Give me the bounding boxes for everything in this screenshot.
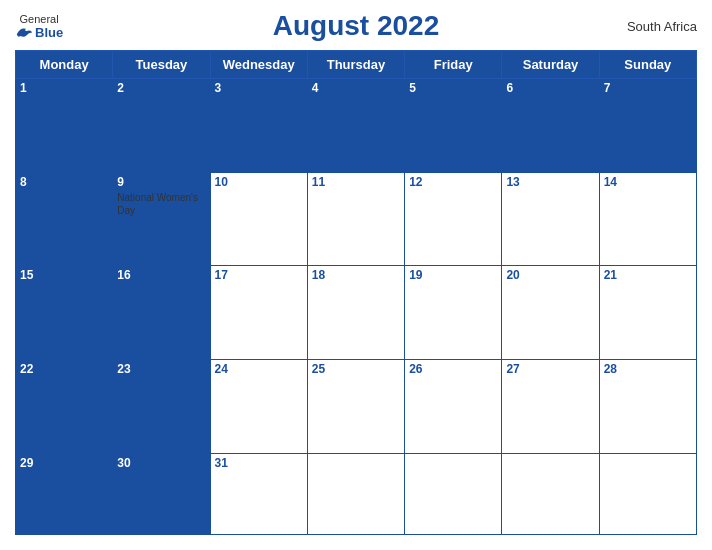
calendar-cell: 4 (307, 79, 404, 173)
calendar-cell: 29 (16, 453, 113, 534)
calendar-cell (502, 453, 599, 534)
day-number: 2 (117, 81, 205, 95)
calendar-cell: 31 (210, 453, 307, 534)
day-number: 15 (20, 268, 108, 282)
calendar-cell: 30 (113, 453, 210, 534)
calendar-cell: 6 (502, 79, 599, 173)
calendar-cell: 28 (599, 360, 696, 454)
week-row-4: 22232425262728 (16, 360, 697, 454)
day-number: 22 (20, 362, 108, 376)
calendar-cell: 12 (405, 172, 502, 266)
logo: General Blue (15, 13, 63, 40)
calendar-cell: 20 (502, 266, 599, 360)
calendar-cell: 13 (502, 172, 599, 266)
calendar-cell: 15 (16, 266, 113, 360)
weekday-header-row: MondayTuesdayWednesdayThursdayFridaySatu… (16, 51, 697, 79)
day-number: 30 (117, 456, 205, 470)
calendar-cell: 19 (405, 266, 502, 360)
logo-blue-text: Blue (35, 25, 63, 40)
calendar-cell (405, 453, 502, 534)
event-label: National Women's Day (117, 191, 205, 217)
week-row-3: 15161718192021 (16, 266, 697, 360)
day-number: 20 (506, 268, 594, 282)
calendar-cell: 8 (16, 172, 113, 266)
weekday-saturday: Saturday (502, 51, 599, 79)
day-number: 1 (20, 81, 108, 95)
day-number: 29 (20, 456, 108, 470)
calendar-table: MondayTuesdayWednesdayThursdayFridaySatu… (15, 50, 697, 535)
calendar-body: 123456789National Women's Day10111213141… (16, 79, 697, 535)
day-number: 3 (215, 81, 303, 95)
weekday-monday: Monday (16, 51, 113, 79)
calendar-cell: 7 (599, 79, 696, 173)
logo-blue-container: Blue (15, 25, 63, 40)
calendar-cell: 18 (307, 266, 404, 360)
calendar-cell (599, 453, 696, 534)
day-number: 14 (604, 175, 692, 189)
day-number: 13 (506, 175, 594, 189)
day-number: 18 (312, 268, 400, 282)
day-number: 24 (215, 362, 303, 376)
day-number: 11 (312, 175, 400, 189)
calendar-cell: 25 (307, 360, 404, 454)
day-number: 19 (409, 268, 497, 282)
weekday-thursday: Thursday (307, 51, 404, 79)
calendar-cell: 5 (405, 79, 502, 173)
day-number: 10 (215, 175, 303, 189)
calendar-cell: 23 (113, 360, 210, 454)
calendar-cell: 17 (210, 266, 307, 360)
calendar-cell: 10 (210, 172, 307, 266)
calendar-cell: 14 (599, 172, 696, 266)
day-number: 4 (312, 81, 400, 95)
calendar-cell: 2 (113, 79, 210, 173)
day-number: 27 (506, 362, 594, 376)
week-row-1: 1234567 (16, 79, 697, 173)
country-label: South Africa (627, 19, 697, 34)
calendar-cell: 1 (16, 79, 113, 173)
weekday-wednesday: Wednesday (210, 51, 307, 79)
calendar-header: General Blue August 2022 South Africa (15, 10, 697, 42)
day-number: 9 (117, 175, 205, 189)
calendar-cell: 3 (210, 79, 307, 173)
day-number: 25 (312, 362, 400, 376)
calendar-cell: 22 (16, 360, 113, 454)
day-number: 28 (604, 362, 692, 376)
calendar-cell: 11 (307, 172, 404, 266)
day-number: 26 (409, 362, 497, 376)
calendar-cell: 26 (405, 360, 502, 454)
week-row-5: 293031 (16, 453, 697, 534)
day-number: 31 (215, 456, 303, 470)
calendar-cell: 21 (599, 266, 696, 360)
day-number: 17 (215, 268, 303, 282)
logo-bird-icon (15, 25, 33, 39)
weekday-friday: Friday (405, 51, 502, 79)
day-number: 6 (506, 81, 594, 95)
calendar-cell: 24 (210, 360, 307, 454)
day-number: 5 (409, 81, 497, 95)
day-number: 23 (117, 362, 205, 376)
weekday-sunday: Sunday (599, 51, 696, 79)
logo-general-text: General (20, 13, 59, 25)
calendar-cell: 16 (113, 266, 210, 360)
day-number: 12 (409, 175, 497, 189)
page-title: August 2022 (273, 10, 440, 42)
day-number: 7 (604, 81, 692, 95)
week-row-2: 89National Women's Day1011121314 (16, 172, 697, 266)
calendar-cell (307, 453, 404, 534)
day-number: 21 (604, 268, 692, 282)
calendar-cell: 27 (502, 360, 599, 454)
day-number: 8 (20, 175, 108, 189)
weekday-tuesday: Tuesday (113, 51, 210, 79)
calendar-cell: 9National Women's Day (113, 172, 210, 266)
day-number: 16 (117, 268, 205, 282)
